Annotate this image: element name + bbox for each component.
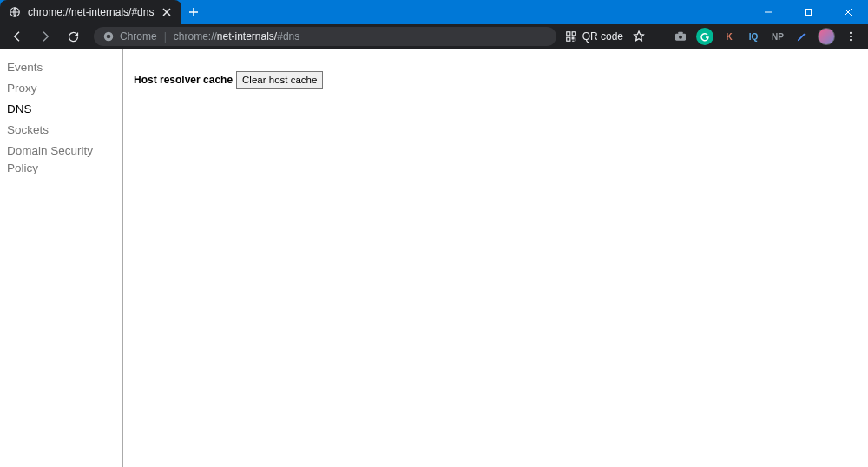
window-titlebar: chrome://net-internals/#dns [0,0,868,24]
extension-k-icon[interactable]: K [720,28,738,45]
svg-rect-4 [566,32,569,36]
url-hash: #dns [277,30,299,43]
address-bar[interactable]: Chrome | chrome://net-internals/#dns [94,27,556,46]
chrome-icon [102,30,115,43]
url-host: net-internals/ [217,30,277,43]
window-close-button[interactable] [828,0,868,24]
sidebar-item-events[interactable]: Events [7,57,115,78]
svg-rect-6 [566,37,569,41]
qr-label: QR code [582,30,623,43]
site-identity[interactable]: Chrome [102,30,157,43]
clear-host-cache-button[interactable]: Clear host cache [236,71,323,89]
profile-avatar[interactable] [818,28,835,45]
address-separator: | [164,30,167,43]
svg-rect-5 [572,32,575,36]
svg-point-12 [850,39,852,41]
origin-label: Chrome [120,30,157,43]
browser-toolbar: Chrome | chrome://net-internals/#dns QR … [0,24,868,49]
window-maximize-button[interactable] [788,0,828,24]
back-button[interactable] [5,24,30,49]
svg-point-11 [850,36,852,37]
svg-point-3 [107,35,111,39]
sidebar-item-domain-security-policy[interactable]: Domain Security Policy [7,141,115,179]
extension-iq-icon[interactable]: IQ [745,28,762,45]
host-resolver-cache-row: Host resolver cache Clear host cache [134,71,323,89]
extension-camera-icon[interactable] [672,28,689,45]
window-controls [748,0,868,24]
new-tab-button[interactable] [181,0,206,24]
dns-panel: Host resolver cache Clear host cache [123,49,333,467]
url-scheme: chrome:// [174,30,217,43]
reload-button[interactable] [61,24,85,49]
cache-label: Host resolver cache [134,74,233,86]
svg-rect-1 [806,10,812,16]
browser-menu-button[interactable] [842,28,859,45]
forward-button[interactable] [33,24,57,49]
window-minimize-button[interactable] [748,0,788,24]
close-icon[interactable] [161,6,173,18]
sidebar-item-proxy[interactable]: Proxy [7,78,115,99]
svg-point-8 [679,36,682,39]
url-text: chrome://net-internals/#dns [174,30,299,43]
page-content: Events Proxy DNS Sockets Domain Security… [0,49,868,467]
qr-icon [565,30,577,43]
svg-rect-9 [678,32,682,35]
sidebar-item-sockets[interactable]: Sockets [7,120,115,141]
globe-icon [9,6,21,18]
bookmark-star-button[interactable] [630,28,648,45]
extension-pen-icon[interactable] [793,28,811,45]
tab-strip: chrome://net-internals/#dns [0,0,206,24]
net-internals-sidebar: Events Proxy DNS Sockets Domain Security… [0,49,123,467]
tab-title: chrome://net-internals/#dns [28,6,154,18]
sidebar-item-dns[interactable]: DNS [7,99,115,120]
toolbar-right: QR code K IQ NP [565,28,863,45]
browser-tab-active[interactable]: chrome://net-internals/#dns [0,0,181,24]
qr-code-button[interactable]: QR code [565,30,623,43]
svg-point-10 [850,32,852,34]
extension-np-icon[interactable]: NP [769,28,786,45]
extension-grammarly-icon[interactable] [696,28,713,45]
